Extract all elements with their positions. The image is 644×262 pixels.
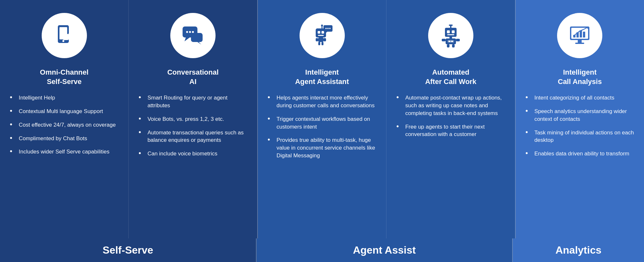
svg-rect-26 [445, 28, 457, 37]
bullet-item: Speech analytics understanding wider con… [525, 108, 634, 123]
automated-after-call-bullet-list: Automate post-contact wrap up actions, s… [396, 94, 505, 144]
robot-icon [438, 23, 464, 48]
automated-after-call-icon-circle [428, 13, 473, 58]
svg-rect-5 [191, 33, 203, 42]
bullet-item: Can include voice biometrics [138, 150, 247, 158]
bullet-item: Automate transactional queries such as b… [138, 129, 247, 144]
section-automated-after-call: Automated After Call Work Automate post-… [386, 0, 515, 238]
bullet-item: Trigger contextual workflows based on cu… [268, 115, 376, 131]
section-intelligent-agent: Intelligent Agent Assistant Helps agents… [258, 0, 386, 238]
intelligent-call-analysis-bullet-list: Intent categorizing of all contacts Spee… [525, 94, 634, 163]
section-conversational-ai: Conversational AI Smart Routing for quer… [129, 0, 258, 238]
svg-rect-37 [442, 39, 446, 41]
svg-rect-28 [452, 30, 455, 33]
omni-channel-icon-circle [42, 13, 87, 58]
section-omni-channel: Omni-Channel Self-Serve Intelligent Help… [0, 0, 129, 238]
intelligent-agent-title: Intelligent Agent Assistant [295, 68, 349, 86]
self-serve-label: Self-Serve [0, 238, 257, 262]
svg-point-18 [325, 28, 327, 29]
svg-rect-38 [456, 39, 460, 41]
bullet-item: Cost effective 24/7, always on coverage [10, 121, 119, 129]
main-container: Omni-Channel Self-Serve Intelligent Help… [0, 0, 644, 238]
conversational-ai-bullet-list: Smart Routing for query or agent attribu… [138, 94, 247, 163]
bullet-item: Smart Routing for query or agent attribu… [138, 94, 247, 110]
svg-rect-25 [322, 42, 323, 45]
svg-rect-13 [318, 35, 324, 36]
svg-rect-31 [449, 25, 453, 26]
bullet-item: Task mining of individual actions on eac… [525, 129, 634, 144]
conversational-ai-title: Conversational AI [167, 68, 219, 86]
analytics-icon [567, 23, 593, 48]
svg-rect-35 [449, 41, 450, 42]
conversational-ai-icon-circle [170, 13, 216, 58]
intelligent-call-analysis-title: Intelligent Call Analysis [558, 68, 602, 86]
svg-rect-40 [452, 44, 455, 47]
omni-channel-title: Omni-Channel Self-Serve [40, 68, 89, 86]
agent-bot-icon [309, 23, 335, 48]
svg-point-8 [189, 31, 191, 33]
bullet-item: Helps agents interact more effectively d… [268, 94, 376, 110]
svg-marker-4 [185, 37, 190, 41]
svg-point-2 [62, 40, 64, 42]
svg-point-15 [321, 25, 323, 26]
svg-rect-24 [318, 42, 320, 45]
section-intelligent-call-analysis: Intelligent Call Analysis Intent categor… [516, 0, 644, 238]
automated-after-call-title: Automated After Call Work [425, 68, 477, 86]
bullet-item: Provides true ability to multi-task, hug… [268, 136, 376, 159]
bullet-item: Automate post-contact wrap up actions, s… [396, 94, 505, 117]
svg-rect-48 [583, 32, 585, 37]
agent-assist-label: Agent Assist [257, 238, 513, 262]
bullet-item: Voice Bots, vs. press 1,2, 3 etc. [138, 115, 247, 123]
svg-rect-21 [318, 37, 323, 42]
bullet-item: Intent categorizing of all contacts [525, 94, 634, 102]
svg-rect-47 [580, 30, 582, 37]
omni-channel-bullet-list: Intelligent Help Contextual Multi langua… [10, 94, 119, 162]
svg-rect-27 [447, 30, 450, 33]
svg-point-7 [186, 31, 188, 33]
bullet-item: Includes wider Self Serve capabilities [10, 148, 119, 156]
phone-touch-icon [51, 23, 77, 48]
svg-rect-29 [447, 34, 454, 35]
bullet-item: Enables data driven ability to transform [525, 150, 634, 158]
svg-point-19 [327, 28, 329, 29]
intelligent-agent-icon-circle [300, 13, 345, 58]
svg-rect-23 [323, 38, 326, 41]
svg-rect-11 [318, 31, 320, 34]
svg-point-20 [329, 28, 331, 29]
svg-rect-36 [451, 41, 453, 42]
chat-bubbles-icon [180, 23, 206, 48]
bullet-item: Complimented by Chat Bots [10, 135, 119, 142]
intelligent-agent-bullet-list: Helps agents interact more effectively d… [268, 94, 376, 165]
svg-rect-44 [575, 43, 584, 44]
svg-rect-12 [322, 31, 324, 34]
svg-rect-32 [449, 37, 452, 38]
svg-rect-39 [447, 44, 449, 47]
bullet-item: Contextual Multi language Support [10, 108, 119, 115]
svg-marker-6 [197, 42, 201, 45]
bottom-label-bar: Self-Serve Agent Assist Analytics [0, 238, 644, 262]
bullet-item: Intelligent Help [10, 94, 119, 102]
svg-point-9 [192, 31, 194, 33]
svg-rect-43 [578, 40, 582, 43]
analytics-label: Analytics [513, 238, 644, 262]
bullet-item: Free up agents to start their next conve… [396, 123, 505, 139]
intelligent-call-analysis-icon-circle [557, 13, 602, 58]
svg-rect-22 [316, 38, 318, 41]
